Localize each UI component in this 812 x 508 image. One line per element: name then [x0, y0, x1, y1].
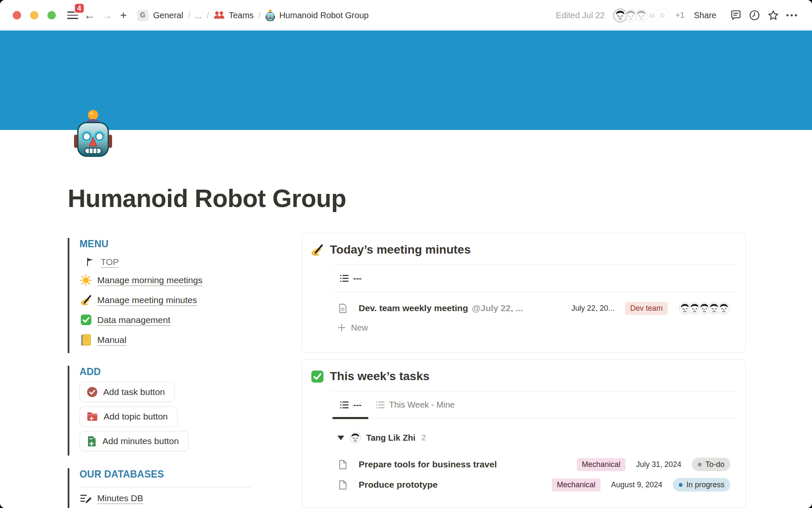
menu-item-top[interactable]: TOP: [80, 254, 281, 270]
robot-icon: [265, 9, 275, 21]
status-dot: [698, 463, 702, 467]
meeting-row[interactable]: Dev. team weekly meeting @July 22, ... J…: [332, 298, 737, 318]
page-icon: [337, 480, 348, 490]
forward-arrow-icon: →: [101, 10, 112, 21]
card-header[interactable]: Today’s meeting minutes: [302, 233, 746, 265]
share-button[interactable]: Share: [694, 11, 716, 20]
menu-item-minutes-db[interactable]: Minutes DB: [80, 488, 281, 508]
writing-hand-emoji: [80, 294, 92, 306]
status-badge: To-do: [692, 458, 730, 471]
add-task-button[interactable]: Add task button: [80, 382, 175, 402]
more-viewers-count[interactable]: +1: [675, 11, 685, 20]
view-tab-default[interactable]: ---: [332, 265, 368, 292]
card-title: Today’s meeting minutes: [330, 243, 471, 257]
content-column: Today’s meeting minutes ---: [302, 233, 746, 508]
meeting-date-mention: @July 22, ...: [472, 303, 523, 313]
back-button[interactable]: ←: [81, 7, 98, 24]
task-title: Produce prototype: [359, 480, 438, 490]
comments-icon: [730, 9, 742, 21]
new-row-button[interactable]: New: [332, 318, 737, 337]
page-icon-robot[interactable]: [73, 109, 113, 157]
breadcrumb: G General / ... / Teams / Humanoid Robot…: [137, 9, 369, 21]
attendee-avatars: [678, 302, 730, 315]
breadcrumb-separator: /: [206, 11, 209, 20]
add-minutes-button[interactable]: Add minutes button: [80, 431, 189, 451]
menu-section: MENU TOP Manage morning meetings: [68, 238, 281, 353]
page-title[interactable]: Humanoid Robot Group: [68, 130, 812, 212]
history-clock-icon: [749, 9, 760, 21]
forward-button[interactable]: →: [98, 7, 115, 24]
back-arrow-icon: ←: [84, 10, 96, 21]
card-header[interactable]: This week’s tasks: [302, 360, 746, 391]
team-tag: Dev team: [625, 302, 668, 315]
section-heading-our-databases: OUR DATABASES: [80, 468, 281, 480]
task-row[interactable]: Prepare tools for business travel Mechan…: [332, 454, 737, 475]
history-button[interactable]: [745, 9, 764, 21]
category-tag: Mechanical: [577, 458, 625, 471]
group-header-row[interactable]: Tang Lik Zhi 2: [332, 429, 737, 447]
database-edit-icon: [80, 493, 92, 504]
menu-item-manual[interactable]: Manual: [80, 330, 281, 350]
breadcrumb-item-teams[interactable]: Teams: [214, 11, 254, 20]
close-window-button[interactable]: [13, 11, 21, 19]
due-date: August 9, 2024: [611, 480, 662, 489]
status-badge: In progress: [673, 478, 730, 491]
robot-emoji: [73, 109, 113, 157]
add-topic-button[interactable]: Add topic button: [80, 406, 178, 427]
task-check-icon: [87, 387, 98, 398]
breadcrumb-separator: /: [258, 11, 261, 20]
view-tab-this-week-mine[interactable]: This Week - Mine: [368, 392, 461, 418]
group-count: 2: [421, 433, 426, 442]
zoom-window-button[interactable]: [47, 11, 56, 19]
plus-icon: [337, 323, 346, 332]
meeting-date: July 22, 20...: [571, 304, 614, 313]
weekly-tasks-card: This week’s tasks --- This Week - Mine: [302, 359, 746, 508]
new-page-button[interactable]: +: [115, 7, 132, 24]
title-bar: 4 ← → + G General / ... / Teams / Humano…: [0, 0, 812, 30]
last-edited-label[interactable]: Edited Jul 22: [556, 11, 605, 20]
breadcrumb-ellipsis[interactable]: ...: [195, 11, 202, 20]
menu-item-morning-meetings[interactable]: Manage morning meetings: [80, 270, 281, 290]
meeting-title: Dev. team weekly meeting: [359, 303, 468, 313]
menu-item-data-management[interactable]: Data management: [80, 310, 281, 330]
minutes-file-icon: [87, 436, 97, 447]
favorite-button[interactable]: [764, 9, 782, 22]
category-tag: Mechanical: [552, 478, 601, 491]
task-row[interactable]: Produce prototype Mechanical August 9, 2…: [332, 475, 737, 495]
sun-emoji: [80, 274, 92, 286]
breadcrumb-item-current-page[interactable]: Humanoid Robot Group: [265, 9, 368, 21]
databases-section: OUR DATABASES Minutes DB: [68, 468, 281, 508]
plus-icon: +: [120, 10, 127, 21]
breadcrumb-item-general[interactable]: General: [153, 11, 183, 20]
menu-item-meeting-minutes[interactable]: Manage meeting minutes: [80, 290, 281, 310]
due-date: July 31, 2024: [636, 460, 681, 469]
page-cover[interactable]: [0, 30, 812, 130]
task-title: Prepare tools for business travel: [359, 459, 497, 469]
card-title: This week’s tasks: [330, 370, 430, 383]
more-options-button[interactable]: [782, 9, 801, 21]
avatar[interactable]: D: [656, 8, 669, 22]
status-dot: [679, 483, 683, 487]
app-window: 4 ← → + G General / ... / Teams / Humano…: [0, 0, 812, 508]
view-tab-default[interactable]: ---: [332, 392, 368, 418]
collapse-triangle-icon[interactable]: [337, 436, 344, 440]
menu-column: MENU TOP Manage morning meetings: [68, 233, 281, 508]
attendee-avatar-icon: [717, 302, 730, 315]
people-icon: [214, 11, 225, 20]
favorite-star-icon: [767, 9, 779, 22]
viewer-avatars: M D: [613, 8, 669, 22]
workspace-icon[interactable]: G: [137, 10, 148, 21]
list-view-icon: [340, 400, 349, 410]
breadcrumb-separator: /: [188, 11, 190, 20]
list-view-icon: [340, 273, 349, 283]
more-ellipsis-icon: [785, 9, 798, 21]
minimize-window-button[interactable]: [30, 11, 38, 19]
section-heading-add: ADD: [80, 366, 281, 378]
comments-button[interactable]: [727, 9, 745, 21]
assignee-avatar-icon: [349, 432, 361, 444]
flag-icon: [85, 257, 95, 267]
list-view-icon: [376, 400, 385, 410]
sidebar-toggle-button[interactable]: 4: [64, 7, 81, 24]
document-icon: [337, 303, 348, 314]
window-controls: [13, 11, 56, 19]
